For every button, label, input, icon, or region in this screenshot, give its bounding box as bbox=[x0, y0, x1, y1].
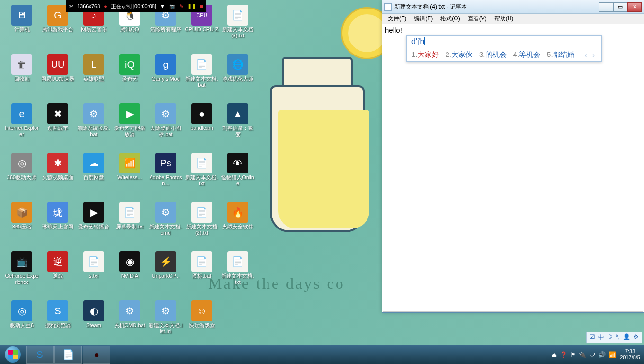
menu-item[interactable]: 查看(V) bbox=[465, 14, 490, 24]
desktop-icon[interactable]: 🔥火绒安全软件 bbox=[220, 201, 256, 250]
desktop-icon[interactable]: ◎360驱动大师 bbox=[4, 152, 40, 201]
desktop-icon[interactable]: gGarry's Mod bbox=[148, 53, 184, 102]
langbar-item[interactable]: ☑ bbox=[590, 333, 595, 342]
ime-candidate[interactable]: 4.等机会 bbox=[513, 50, 541, 59]
desktop-icon[interactable]: 📄图标.bat bbox=[184, 250, 220, 300]
desktop-icon[interactable]: 逆逆战 bbox=[40, 250, 76, 300]
icon-label: GeForce Experience bbox=[5, 273, 39, 285]
tray-icon[interactable]: 🔌 bbox=[579, 351, 586, 358]
desktop-icon[interactable]: 📄新建文本文档 (3).txt bbox=[220, 4, 256, 53]
ime-candidate[interactable]: 1.大家好 bbox=[411, 50, 439, 59]
tray-icon[interactable]: 📶 bbox=[608, 351, 616, 358]
titlebar[interactable]: 新建文本文档 (4).txt - 记事本 — ▭ ✕ bbox=[382, 0, 644, 14]
desktop-icon[interactable]: ⚙去除桌面小图标.bat bbox=[148, 102, 184, 152]
menu-item[interactable]: 格式(O) bbox=[438, 14, 463, 24]
app-icon: 🖥 bbox=[11, 5, 32, 26]
icon-label: 火绒安全软件 bbox=[222, 224, 253, 230]
ime-nav-arrows[interactable]: ‹ › bbox=[585, 51, 597, 59]
tray-icon[interactable]: 🛡 bbox=[589, 351, 595, 358]
desktop-icon[interactable]: ◐Steam bbox=[76, 300, 112, 349]
recording-toolbar[interactable]: ✂ 1366x768 ● 正在录制 [00:00:08] ▼ 📷 ✎ ❚❚ ■ bbox=[66, 0, 206, 12]
app-icon: g bbox=[155, 54, 176, 75]
icon-label: Steam bbox=[86, 322, 101, 328]
desktop-icon[interactable]: iQ爱奇艺 bbox=[112, 53, 148, 102]
desktop-icon[interactable]: S搜狗浏览器 bbox=[40, 300, 76, 349]
desktop-icon[interactable]: PsAdobe Photosh... bbox=[148, 152, 184, 201]
app-icon: ⚙ bbox=[155, 300, 176, 321]
langbar-item[interactable]: ☽ bbox=[607, 333, 613, 342]
desktop-icon[interactable]: 珑琳琅天上官网 bbox=[40, 201, 76, 250]
pencil-icon[interactable]: ✎ bbox=[179, 3, 184, 9]
desktop-icon[interactable]: ◎驱动人生6 bbox=[4, 300, 40, 349]
desktop-icon[interactable]: ⚙新建文本文档.cmd bbox=[148, 201, 184, 250]
app-icon: ◐ bbox=[83, 300, 104, 321]
icon-label: 琳琅天上官网 bbox=[42, 224, 73, 230]
desktop-icon[interactable]: 📄s.txt bbox=[76, 250, 112, 300]
minimize-button[interactable]: — bbox=[599, 2, 613, 12]
ime-candidate[interactable]: 3.的机会 bbox=[479, 50, 507, 59]
desktop-icon[interactable]: ◉NVIDIA bbox=[112, 250, 148, 300]
desktop-icon[interactable]: 📄新建文本文档.txt bbox=[220, 250, 256, 300]
desktop-icon[interactable]: 📶Wireless... bbox=[112, 152, 148, 201]
crop-icon[interactable]: ✂ bbox=[69, 3, 73, 9]
desktop-icon[interactable]: 📺GeForce Experience bbox=[4, 250, 40, 300]
desktop-icon[interactable]: 📄新建文本文档.txt bbox=[184, 152, 220, 201]
desktop-icon[interactable]: ✱火萤视频桌面 bbox=[40, 152, 76, 201]
taskbar-item[interactable]: 📄 bbox=[54, 346, 82, 364]
desktop-icon[interactable]: 🖥计算机 bbox=[4, 4, 40, 53]
taskbar-item[interactable]: S bbox=[26, 346, 54, 364]
desktop-icon[interactable]: 🌐游戏优化大师 bbox=[220, 53, 256, 102]
app-icon: L bbox=[83, 54, 104, 75]
app-icon: 📄 bbox=[227, 251, 248, 272]
icon-label: 怪物猎人Online bbox=[221, 174, 255, 187]
desktop-icon[interactable]: 📄屏幕录制.txt bbox=[112, 201, 148, 250]
tray-icon[interactable]: 🔊 bbox=[598, 351, 606, 358]
desktop-icon[interactable]: 📄新建文本文档 (2).txt bbox=[184, 201, 220, 250]
maximize-button[interactable]: ▭ bbox=[613, 2, 627, 12]
desktop-icon[interactable]: ●bandicam bbox=[184, 102, 220, 152]
tray-icon[interactable]: ⚑ bbox=[570, 351, 576, 358]
start-button[interactable] bbox=[0, 345, 26, 364]
desktop-icon[interactable]: ☁百度网盘 bbox=[76, 152, 112, 201]
desktop-icon[interactable]: ✖创世战车 bbox=[40, 102, 76, 152]
desktop-icon[interactable]: 📄新建文本文档.bat bbox=[184, 53, 220, 102]
tray-icon[interactable]: ❓ bbox=[560, 351, 567, 358]
langbar-item[interactable]: 👤 bbox=[623, 333, 630, 342]
ime-candidate[interactable]: 2.大家伙 bbox=[446, 50, 473, 59]
language-bar[interactable]: ☑中☽⁰,👤⚙ bbox=[586, 332, 642, 343]
text-area[interactable]: hello! bbox=[383, 25, 643, 312]
icon-label: 回收站 bbox=[14, 76, 30, 82]
clock[interactable]: 7:33 2017/8/5 bbox=[620, 348, 640, 361]
taskbar-item[interactable]: ● bbox=[83, 346, 110, 364]
desktop-icon[interactable]: 📦360压缩 bbox=[4, 201, 40, 250]
pause-icon[interactable]: ❚❚ bbox=[188, 3, 196, 9]
camera-icon[interactable]: 📷 bbox=[169, 3, 176, 9]
menu-item[interactable]: 帮助(H) bbox=[492, 14, 517, 24]
langbar-item[interactable]: ⚙ bbox=[633, 333, 639, 342]
close-button[interactable]: ✕ bbox=[627, 2, 642, 12]
desktop-icon[interactable]: ⚡UnparkCP... bbox=[148, 250, 184, 300]
langbar-item[interactable]: 中 bbox=[598, 333, 604, 342]
desktop-icon[interactable]: ▲刺客信条：叛变 bbox=[220, 102, 256, 152]
langbar-item[interactable]: ⁰, bbox=[616, 333, 620, 342]
desktop-icon[interactable]: ▶爱奇艺轮播台 bbox=[76, 201, 112, 250]
desktop-icon[interactable]: ☺快玩游戏盒 bbox=[184, 300, 220, 349]
desktop-icon[interactable]: ⚙新建文本文档.list.ini bbox=[148, 300, 184, 349]
ime-candidate[interactable]: 5.都结婚 bbox=[547, 50, 574, 59]
desktop-icon[interactable]: ⚙关机CMD.bat bbox=[112, 300, 148, 349]
desktop-icon[interactable]: L英雄联盟 bbox=[76, 53, 112, 102]
stop-icon[interactable]: ■ bbox=[200, 3, 203, 9]
menubar: 文件(F)编辑(E)格式(O)查看(V)帮助(H) bbox=[382, 14, 644, 24]
desktop-icon[interactable]: eInternet Explorer bbox=[4, 102, 40, 152]
desktop-icon[interactable]: ⚙清除系统垃圾.bat bbox=[76, 102, 112, 152]
menu-item[interactable]: 文件(F) bbox=[385, 14, 409, 24]
desktop-icon[interactable]: UU网易UU加速器 bbox=[40, 53, 76, 102]
desktop-icon[interactable]: ▶爱奇艺万能播放器 bbox=[112, 102, 148, 152]
icon-label: 新建文本文档.list.ini bbox=[149, 322, 183, 335]
tray-icon[interactable]: ⏏ bbox=[551, 351, 557, 358]
desktop-icon[interactable]: 🗑回收站 bbox=[4, 53, 40, 102]
menu-item[interactable]: 编辑(E) bbox=[411, 14, 436, 24]
desktop-icon[interactable]: 👁怪物猎人Online bbox=[220, 152, 256, 201]
recording-dropdown[interactable]: ▼ bbox=[160, 3, 165, 9]
icon-label: Wireless... bbox=[117, 174, 142, 181]
